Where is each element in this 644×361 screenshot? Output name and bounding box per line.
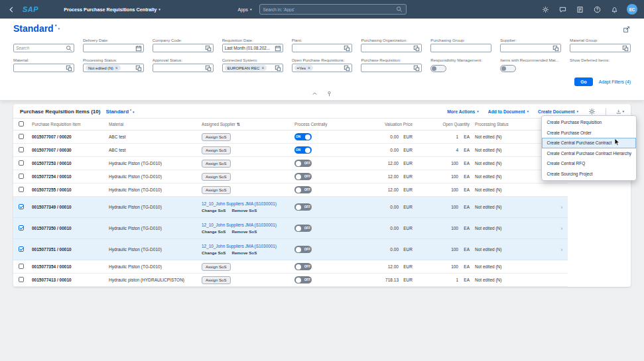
value-help-icon[interactable] [205, 45, 212, 52]
filter-input-approval-status[interactable] [153, 64, 214, 72]
table-row[interactable]: 0015077354 / 00010Hydraulic Piston (TG-D… [13, 260, 568, 274]
value-help-icon[interactable] [413, 45, 420, 52]
pin-filterbar-icon[interactable] [326, 91, 333, 97]
remove-sos-button[interactable]: Remove SoS [231, 208, 257, 213]
filter-switch-items-with-recommended-mat[interactable] [500, 65, 516, 72]
assign-sos-button[interactable]: Assign SoS [202, 160, 231, 168]
menu-item-create-purchase-order[interactable]: Create Purchase Order [542, 128, 636, 138]
table-row[interactable]: 0015077413 / 00010Hydraulic piston (HYDR… [13, 274, 568, 287]
create-document-button[interactable]: Create Document ▾ [538, 109, 578, 114]
token-remove-icon[interactable]: × [261, 66, 264, 70]
filter-input-processing-status[interactable]: Not edited (N)× [83, 64, 144, 72]
table-row[interactable]: 0015077350 / 00010Hydraulic Piston (TG-D… [13, 218, 568, 239]
notes-icon[interactable] [575, 5, 584, 14]
notifications-bell-icon[interactable] [610, 5, 619, 14]
filter-input-company-code[interactable] [153, 44, 214, 52]
assign-sos-button[interactable]: Assign SoS [202, 263, 231, 271]
row-checkbox[interactable] [19, 264, 24, 269]
column-header-valuation-price[interactable]: Valuation Price [349, 119, 415, 130]
more-actions-button[interactable]: More Actions ▾ [447, 109, 479, 114]
add-to-document-button[interactable]: Add to Document ▾ [488, 109, 529, 114]
filter-input-search[interactable]: Search [13, 44, 74, 52]
help-icon[interactable] [592, 5, 602, 14]
change-sos-button[interactable]: Change SoS [202, 250, 225, 255]
menu-item-create-sourcing-project[interactable]: Create Sourcing Project [542, 169, 636, 180]
row-checkbox[interactable] [19, 134, 24, 139]
process-centrally-switch[interactable]: OFF [294, 173, 312, 180]
process-centrally-switch[interactable]: OFF [294, 246, 312, 253]
value-help-icon[interactable] [552, 45, 559, 52]
assign-sos-button[interactable]: Assign SoS [202, 276, 231, 284]
supplier-link[interactable]: 12_10_John Suppliers JMA (S1030001) [202, 223, 289, 227]
value-help-icon[interactable] [275, 65, 281, 72]
token-remove-icon[interactable]: × [115, 66, 118, 70]
table-row[interactable]: 0015077255 / 00010Hydraulic Piston (TG-D… [13, 183, 568, 197]
page-variant-selector[interactable]: Standard* ▾ [13, 23, 60, 34]
apps-menu[interactable]: Apps ▾ [237, 7, 251, 12]
filter-input-plant[interactable] [292, 44, 353, 52]
filter-token[interactable]: =Yes× [294, 65, 313, 71]
value-help-icon[interactable] [344, 65, 350, 72]
adapt-filters-link[interactable]: Adapt Filters (4) [599, 79, 631, 84]
calendar-icon[interactable] [135, 45, 142, 52]
row-nav-chevron-icon[interactable]: › [561, 225, 563, 232]
menu-item-create-central-purchase-contract-hierarchy[interactable]: Create Central Purchase Contract Hierarc… [542, 148, 636, 159]
app-title-menu[interactable]: Process Purchase Requisitions Centrally … [64, 7, 161, 13]
process-centrally-switch[interactable]: ON [294, 133, 312, 140]
column-header-material[interactable]: Material [106, 119, 199, 130]
user-avatar[interactable]: EC [627, 4, 637, 15]
go-button[interactable]: Go [574, 77, 592, 86]
export-icon[interactable]: ▾ [616, 107, 624, 115]
filter-input-delivery-date[interactable] [83, 44, 144, 52]
assign-sos-button[interactable]: Assign SoS [202, 146, 231, 154]
filter-input-connected-system[interactable]: EUROPEAN REC× [222, 64, 283, 72]
row-nav-chevron-icon[interactable]: › [561, 246, 563, 253]
filter-input-purchasing-group[interactable] [430, 44, 491, 52]
supplier-link[interactable]: 12_10_John Suppliers JMA (S1030001) [202, 244, 289, 248]
menu-item-create-central-purchase-contract[interactable]: Create Central Purchase Contract [542, 138, 636, 148]
row-checkbox[interactable] [19, 277, 24, 282]
table-settings-icon[interactable] [588, 107, 596, 115]
filter-input-material-group[interactable] [570, 44, 631, 52]
column-header-open-quantity[interactable]: Open Quantity [415, 119, 472, 130]
row-checkbox[interactable] [19, 147, 24, 152]
table-row[interactable]: 0015077007 / 00020ABC testAssign SoSON0.… [13, 130, 568, 144]
search-icon[interactable] [396, 6, 403, 13]
filter-input-material[interactable] [13, 64, 74, 72]
filter-input-purchase-requisition[interactable] [361, 64, 422, 72]
assign-sos-button[interactable]: Assign SoS [202, 133, 231, 141]
share-icon[interactable] [623, 26, 631, 34]
supplier-link[interactable]: 12_10_John Suppliers JMA (S1030001) [202, 201, 289, 206]
process-centrally-switch[interactable]: OFF [294, 276, 312, 284]
filter-switch-responsibility-management[interactable] [430, 65, 446, 72]
table-row[interactable]: 0015077254 / 00010Hydraulic Piston (TG-D… [13, 170, 568, 183]
remove-sos-button[interactable]: Remove SoS [231, 229, 257, 234]
search-icon[interactable] [66, 45, 72, 52]
row-nav-chevron-icon[interactable]: › [561, 204, 563, 211]
assign-sos-button[interactable]: Assign SoS [202, 186, 231, 194]
value-help-icon[interactable] [622, 45, 629, 52]
select-all-checkbox[interactable] [19, 121, 24, 127]
process-centrally-switch[interactable]: OFF [294, 263, 312, 270]
row-checkbox[interactable] [19, 204, 24, 209]
remove-sos-button[interactable]: Remove SoS [231, 250, 257, 255]
filter-input-open-purchase-requisitions[interactable]: =Yes× [292, 64, 353, 72]
menu-item-create-central-rfq[interactable]: Create Central RFQ [542, 158, 636, 169]
assign-sos-button[interactable]: Assign SoS [202, 173, 231, 181]
process-centrally-switch[interactable]: OFF [294, 203, 312, 211]
column-header-assigned-supplier[interactable]: Assigned Supplier⇅ [199, 119, 292, 130]
process-centrally-switch[interactable]: ON [294, 146, 312, 154]
process-centrally-switch[interactable]: OFF [294, 186, 312, 193]
token-remove-icon[interactable]: × [308, 66, 310, 70]
filter-input-purchasing-organization[interactable] [361, 44, 422, 52]
change-sos-button[interactable]: Change SoS [202, 229, 225, 234]
value-help-icon[interactable] [344, 45, 350, 52]
table-row[interactable]: 0015077351 / 00010Hydraulic Piston (TG-D… [13, 239, 568, 260]
process-centrally-switch[interactable]: OFF [294, 225, 312, 232]
value-help-icon[interactable] [66, 65, 72, 72]
row-checkbox[interactable] [19, 160, 24, 166]
settings-icon[interactable] [541, 5, 550, 14]
value-help-icon[interactable] [135, 65, 142, 72]
column-header-process-centrally[interactable]: Process Centrally [292, 119, 349, 130]
table-row[interactable]: 0015077349 / 00010Hydraulic Piston (TG-D… [13, 197, 568, 218]
